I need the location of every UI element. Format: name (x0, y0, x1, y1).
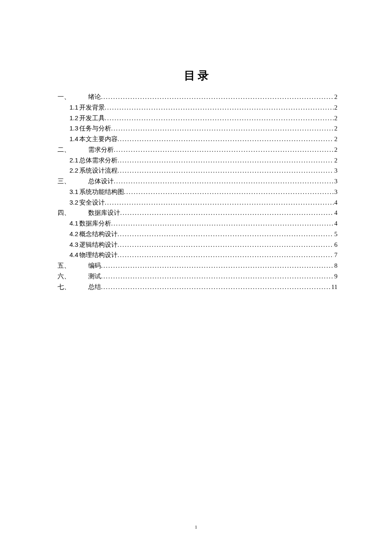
toc-entry: 七、总结11 (58, 282, 337, 292)
toc-text: 需求分析 (88, 145, 114, 155)
toc-text: 总结 (88, 282, 101, 292)
toc-number: 4.4 (69, 250, 78, 260)
toc-number: 4.2 (69, 229, 78, 240)
toc-page: 2 (334, 155, 338, 166)
toc-leader-dots (101, 282, 331, 292)
toc-leader-dots (118, 250, 334, 260)
toc-page: 2 (334, 113, 338, 124)
toc-number: 七、 (58, 282, 88, 292)
toc-text: 物理结构设计 (79, 250, 118, 260)
toc-leader-dots (101, 92, 334, 102)
toc-leader-dots (111, 123, 334, 134)
toc-text: 开发工具 (79, 113, 105, 124)
toc-number: 六、 (58, 271, 88, 282)
toc-leader-dots (105, 102, 334, 113)
toc-number: 二、 (58, 145, 88, 155)
toc-text: 测试 (88, 271, 101, 282)
toc-entry: 1.4本文主要内容2 (58, 134, 337, 145)
toc-leader-dots (118, 165, 334, 176)
toc-number: 五、 (58, 260, 88, 271)
toc-number: 四、 (58, 208, 88, 218)
toc-page: 3 (334, 176, 338, 187)
toc-leader-dots (120, 208, 334, 218)
toc-text: 系统设计流程 (79, 165, 118, 176)
toc-entry: 4.2概念结构设计5 (58, 229, 337, 240)
toc-leader-dots (118, 155, 334, 166)
toc-page: 2 (334, 145, 338, 155)
toc-entry: 1.1开发背景2 (58, 102, 337, 113)
toc-entry: 二、需求分析2 (58, 145, 337, 155)
toc-leader-dots (114, 176, 334, 187)
toc-text: 开发背景 (79, 102, 105, 113)
toc-entry: 4.4物理结构设计7 (58, 250, 337, 260)
toc-page: 4 (334, 197, 338, 208)
toc-number: 4.3 (69, 240, 78, 250)
toc-page: 8 (334, 260, 338, 271)
toc-number: 1.1 (69, 102, 78, 113)
toc-leader-dots (118, 134, 334, 145)
toc-entry: 3.2安全设计4 (58, 197, 337, 208)
toc-text: 本文主要内容 (79, 134, 118, 145)
toc-page: 3 (334, 187, 338, 197)
toc-leader-dots (114, 145, 334, 155)
toc-entry: 三、总体设计3 (58, 176, 337, 187)
document-title: 目录 (58, 68, 337, 83)
toc-text: 总体设计 (88, 176, 114, 187)
toc-entry: 2.1总体需求分析2 (58, 155, 337, 166)
toc-page: 9 (334, 271, 338, 282)
toc-number: 1.3 (69, 123, 78, 134)
toc-number: 2.1 (69, 155, 78, 166)
toc-page: 6 (334, 240, 338, 250)
toc-entry: 六、测试9 (58, 271, 337, 282)
toc-page: 3 (334, 165, 338, 176)
toc-page: 2 (334, 102, 338, 113)
toc-text: 任务与分析 (79, 123, 111, 134)
toc-leader-dots (111, 218, 334, 229)
toc-page: 2 (334, 134, 338, 145)
toc-number: 一、 (58, 92, 88, 102)
toc-entry: 1.3任务与分析2 (58, 123, 337, 134)
toc-text: 概念结构设计 (79, 229, 118, 240)
toc-leader-dots (105, 197, 334, 208)
toc-page: 5 (334, 229, 338, 240)
toc-page: 4 (334, 218, 338, 229)
toc-entry: 1.2开发工具2 (58, 113, 337, 124)
toc-text: 编码 (88, 260, 101, 271)
toc-text: 总体需求分析 (79, 155, 118, 166)
toc-entry: 3.1系统功能结构图3 (58, 187, 337, 197)
toc-leader-dots (105, 113, 334, 124)
toc-number: 3.1 (69, 187, 78, 197)
toc-leader-dots (101, 260, 334, 271)
toc-page: 11 (331, 282, 337, 292)
toc-leader-dots (124, 187, 334, 197)
toc-entry: 2.2系统设计流程3 (58, 165, 337, 176)
toc-leader-dots (118, 240, 334, 250)
toc-number: 3.2 (69, 197, 78, 208)
toc-number: 4.1 (69, 218, 78, 229)
toc-entry: 四、数据库设计4 (58, 208, 337, 218)
toc-entry: 4.1数据库分析4 (58, 218, 337, 229)
toc-leader-dots (101, 271, 334, 282)
toc-number: 三、 (58, 176, 88, 187)
toc-text: 数据库设计 (88, 208, 120, 218)
toc-page: 2 (334, 92, 338, 102)
page-number: 1 (0, 524, 392, 529)
toc-entry: 一、绪论2 (58, 92, 337, 102)
toc-text: 系统功能结构图 (79, 187, 124, 197)
toc-entry: 五、编码8 (58, 260, 337, 271)
toc-leader-dots (118, 229, 334, 240)
toc-number: 1.2 (69, 113, 78, 124)
toc-number: 2.2 (69, 165, 78, 176)
toc-text: 安全设计 (79, 197, 105, 208)
toc-page: 2 (334, 123, 338, 134)
toc-page: 7 (334, 250, 338, 260)
toc-text: 逻辑结构设计 (79, 240, 118, 250)
table-of-contents: 一、绪论21.1开发背景21.2开发工具21.3任务与分析21.4本文主要内容2… (58, 92, 337, 292)
toc-number: 1.4 (69, 134, 78, 145)
toc-entry: 4.3逻辑结构设计6 (58, 240, 337, 250)
toc-page: 4 (334, 208, 338, 218)
toc-text: 绪论 (88, 92, 101, 102)
toc-text: 数据库分析 (79, 218, 111, 229)
